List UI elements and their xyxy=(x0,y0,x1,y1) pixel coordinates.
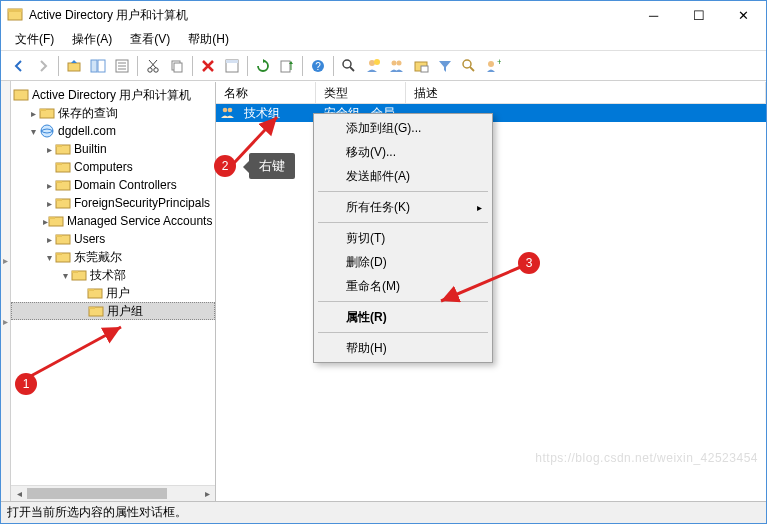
svg-rect-46 xyxy=(49,217,55,219)
tree-item-label: 东莞戴尔 xyxy=(74,249,122,266)
tree-item-label: Computers xyxy=(74,160,133,174)
copy-button[interactable] xyxy=(166,55,188,77)
menu-view[interactable]: 查看(V) xyxy=(122,29,178,50)
tree-item[interactable]: ▸Managed Service Accounts xyxy=(11,212,215,230)
folder-icon xyxy=(55,177,71,193)
new-user-button[interactable] xyxy=(362,55,384,77)
menu-separator xyxy=(318,332,488,333)
watermark: https://blog.csdn.net/weixin_42523454 xyxy=(535,451,758,465)
menu-file[interactable]: 文件(F) xyxy=(7,29,62,50)
context-menu-item[interactable]: 剪切(T) xyxy=(316,226,490,250)
col-name[interactable]: 名称 xyxy=(216,82,316,103)
refresh-button[interactable] xyxy=(252,55,274,77)
expand-icon[interactable]: ▸ xyxy=(43,234,55,245)
svg-point-23 xyxy=(369,60,375,66)
svg-line-11 xyxy=(150,60,157,68)
properties-sheet-button[interactable] xyxy=(221,55,243,77)
expand-icon[interactable]: ▸ xyxy=(43,144,55,155)
col-type[interactable]: 类型 xyxy=(316,82,406,103)
minimize-button[interactable]: ─ xyxy=(631,1,676,29)
group-icon xyxy=(220,106,236,120)
context-menu-item[interactable]: 属性(R) xyxy=(316,305,490,329)
back-button[interactable] xyxy=(8,55,30,77)
svg-rect-54 xyxy=(88,289,94,291)
tree-item[interactable]: ▸Builtin xyxy=(11,140,215,158)
tree-item[interactable]: ▾dgdell.com xyxy=(11,122,215,140)
find-button[interactable] xyxy=(338,55,360,77)
tree-item-label: 用户 xyxy=(106,285,130,302)
svg-rect-16 xyxy=(226,60,238,63)
maximize-button[interactable]: ☐ xyxy=(676,1,721,29)
menu-separator xyxy=(318,222,488,223)
properties-toolbar-button[interactable] xyxy=(111,55,133,77)
scroll-thumb[interactable] xyxy=(27,488,167,499)
expand-icon[interactable]: ▸ xyxy=(27,108,39,119)
search-button[interactable] xyxy=(458,55,480,77)
row-name: 技术组 xyxy=(238,105,318,122)
scroll-left-button[interactable]: ◂ xyxy=(11,486,27,501)
svg-rect-17 xyxy=(281,61,290,72)
tree-item[interactable]: 用户 xyxy=(11,284,215,302)
expand-icon[interactable]: ▾ xyxy=(43,252,55,263)
folder-icon xyxy=(71,267,87,283)
context-menu-item[interactable]: 所有任务(K)▸ xyxy=(316,195,490,219)
svg-point-24 xyxy=(374,59,380,65)
svg-rect-44 xyxy=(56,199,62,201)
new-ou-button[interactable] xyxy=(410,55,432,77)
expand-icon[interactable]: ▾ xyxy=(59,270,71,281)
filter-button[interactable] xyxy=(434,55,456,77)
annotation-badge-3: 3 xyxy=(518,252,540,274)
delete-button[interactable] xyxy=(197,55,219,77)
tree-item[interactable]: 用户组 xyxy=(11,302,215,320)
tree-item[interactable]: ▾技术部 xyxy=(11,266,215,284)
forward-button[interactable] xyxy=(32,55,54,77)
up-button[interactable] xyxy=(63,55,85,77)
tree-item-label: dgdell.com xyxy=(58,124,116,138)
menu-help[interactable]: 帮助(H) xyxy=(180,29,237,50)
new-group-button[interactable] xyxy=(386,55,408,77)
context-menu[interactable]: 添加到组(G)...移动(V)...发送邮件(A)所有任务(K)▸剪切(T)删除… xyxy=(313,113,493,363)
add-to-group-button[interactable]: + xyxy=(482,55,504,77)
tree-item[interactable]: ▸ForeignSecurityPrincipals xyxy=(11,194,215,212)
tree-pane[interactable]: Active Directory 用户和计算机 ▸保存的查询▾dgdell.co… xyxy=(11,82,216,501)
expand-icon[interactable]: ▸ xyxy=(43,198,55,209)
tree-root-label[interactable]: Active Directory 用户和计算机 xyxy=(32,87,191,104)
tree-scrollbar-x[interactable]: ◂ ▸ xyxy=(11,485,215,501)
tree-item[interactable]: ▸Domain Controllers xyxy=(11,176,215,194)
tree-item[interactable]: Computers xyxy=(11,158,215,176)
tree-item[interactable]: ▸保存的查询 xyxy=(11,104,215,122)
expand-icon[interactable]: ▸ xyxy=(43,180,55,191)
svg-rect-40 xyxy=(56,163,62,165)
svg-rect-48 xyxy=(56,235,62,237)
svg-rect-42 xyxy=(56,181,62,183)
folder-icon xyxy=(88,303,104,319)
svg-line-30 xyxy=(470,67,474,71)
expand-icon[interactable]: ▾ xyxy=(27,126,39,137)
svg-text:+: + xyxy=(497,58,501,67)
help-button[interactable]: ? xyxy=(307,55,329,77)
svg-point-10 xyxy=(154,67,158,71)
folder-icon xyxy=(55,231,71,247)
menu-action[interactable]: 操作(A) xyxy=(64,29,120,50)
context-menu-item[interactable]: 发送邮件(A) xyxy=(316,164,490,188)
context-menu-item[interactable]: 删除(D) xyxy=(316,250,490,274)
export-list-button[interactable] xyxy=(276,55,298,77)
tree-item-label: 用户组 xyxy=(107,303,143,320)
close-button[interactable]: ✕ xyxy=(721,1,766,29)
tree-item[interactable]: ▾东莞戴尔 xyxy=(11,248,215,266)
col-desc[interactable]: 描述 xyxy=(406,82,766,103)
context-menu-item[interactable]: 重命名(M) xyxy=(316,274,490,298)
svg-line-22 xyxy=(350,67,354,71)
context-menu-item[interactable]: 帮助(H) xyxy=(316,336,490,360)
statusbar: 打开当前所选内容的属性对话框。 xyxy=(1,501,766,523)
context-menu-item[interactable]: 添加到组(G)... xyxy=(316,116,490,140)
tree-item[interactable]: ▸Users xyxy=(11,230,215,248)
svg-point-58 xyxy=(228,108,233,113)
context-menu-item[interactable]: 移动(V)... xyxy=(316,140,490,164)
menubar: 文件(F) 操作(A) 查看(V) 帮助(H) xyxy=(1,29,766,51)
status-text: 打开当前所选内容的属性对话框。 xyxy=(7,504,187,521)
cut-button[interactable] xyxy=(142,55,164,77)
show-hide-tree-button[interactable] xyxy=(87,55,109,77)
svg-rect-4 xyxy=(98,60,105,72)
scroll-right-button[interactable]: ▸ xyxy=(199,486,215,501)
